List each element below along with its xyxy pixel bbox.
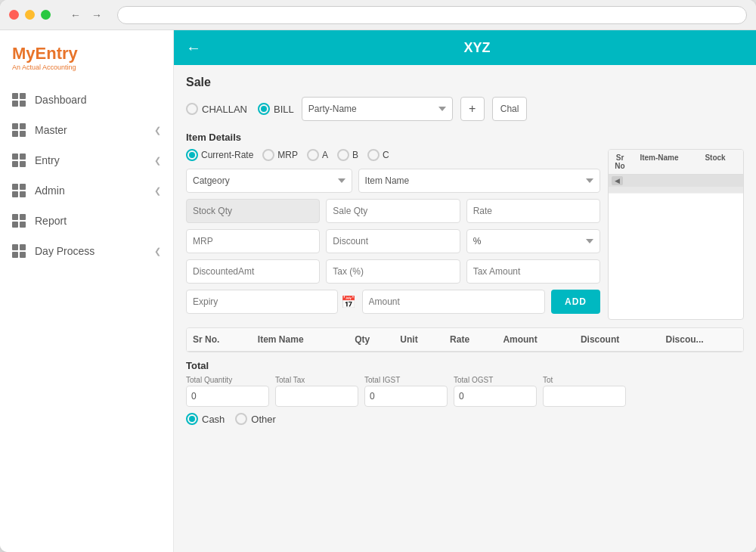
expiry-input[interactable] (186, 290, 338, 314)
form-area: Sale CHALLAN BILL Party-Na (174, 65, 756, 552)
add-party-button[interactable]: + (460, 97, 485, 121)
other-payment-label[interactable]: Other (235, 413, 276, 425)
rate-type-row: Current-Rate MRP A (186, 149, 600, 161)
chal-button[interactable]: Chal (492, 97, 528, 121)
mini-scroll-area[interactable]: ◀ (609, 175, 743, 187)
category-item-row: Catgeory Item Name (186, 169, 600, 193)
col-unit: Unit (394, 328, 444, 352)
cash-radio[interactable] (186, 413, 198, 425)
browser-titlebar: ← → (0, 0, 756, 30)
sale-qty-input[interactable] (326, 199, 460, 223)
browser-url-bar[interactable] (117, 6, 747, 24)
col-itemname: Item Name (252, 328, 349, 352)
sidebar-item-day-process[interactable]: Day Process ❮ (0, 236, 173, 266)
mini-col-srno: Sr No (609, 150, 631, 174)
total-tax-input[interactable] (275, 386, 358, 407)
c-rate-radio[interactable] (367, 149, 380, 161)
mrp-rate-radio[interactable] (262, 149, 274, 161)
browser-back-button[interactable]: ← (67, 8, 84, 23)
discounted-amt-input[interactable] (186, 259, 320, 284)
total-ogst-input[interactable] (454, 386, 537, 407)
challan-radio-label[interactable]: CHALLAN (186, 103, 247, 115)
total-tot-field: Tot (543, 376, 626, 407)
bill-radio-label[interactable]: BILL (258, 103, 294, 115)
sidebar-item-report[interactable]: Report (0, 206, 173, 236)
item-details-container: Current-Rate MRP A (186, 149, 744, 320)
item-name-select[interactable]: Item Name (358, 169, 600, 193)
col-srno: Sr No. (187, 328, 252, 352)
logo-tagline: An Actual Accounting (12, 64, 161, 71)
item-form: Current-Rate MRP A (186, 149, 600, 320)
page-title: Sale (186, 76, 744, 89)
window-close-dot[interactable] (9, 10, 19, 20)
discount-input[interactable] (326, 229, 460, 253)
other-radio[interactable] (235, 413, 247, 425)
total-quantity-input[interactable] (186, 386, 269, 407)
amount-input[interactable] (362, 290, 546, 314)
dashboard-icon (12, 93, 26, 107)
current-rate-label[interactable]: Current-Rate (186, 149, 253, 161)
a-rate-text: A (322, 150, 328, 160)
logo-area: MyEntry An Actual Accounting (0, 38, 173, 85)
totals-section: Total Total Quantity Total Tax Total IGS… (186, 360, 744, 407)
back-button[interactable]: ← (186, 39, 201, 57)
expiry-amount-row: 📅 ADD (186, 290, 600, 314)
mrp-rate-label[interactable]: MRP (262, 149, 298, 161)
logo-my: My (12, 44, 36, 63)
master-icon (12, 123, 26, 137)
bill-label: BILL (274, 104, 294, 115)
browser-navigation: ← → (67, 8, 105, 23)
challan-radio[interactable] (186, 103, 198, 115)
mini-scroll-button[interactable]: ◀ (612, 176, 623, 185)
bill-radio[interactable] (258, 103, 270, 115)
stock-qty-input[interactable] (186, 199, 320, 223)
cash-payment-label[interactable]: Cash (186, 413, 225, 425)
a-rate-radio[interactable] (307, 149, 319, 161)
sidebar-item-dashboard[interactable]: Dashboard (0, 85, 173, 115)
form-top-row: CHALLAN BILL Party-Name + Chal (186, 97, 744, 121)
total-tax-label: Total Tax (275, 376, 358, 384)
totals-row: Total Quantity Total Tax Total IGST (186, 376, 744, 407)
tax-percent-input[interactable] (326, 259, 460, 284)
cash-label: Cash (202, 414, 225, 425)
current-rate-radio[interactable] (186, 149, 198, 161)
sidebar-item-admin[interactable]: Admin ❮ (0, 175, 173, 206)
total-quantity-label: Total Quantity (186, 376, 269, 384)
sidebar-label-day-process: Day Process (35, 245, 94, 257)
browser-forward-button[interactable]: → (88, 8, 105, 23)
tax-amount-input[interactable] (466, 259, 600, 284)
a-rate-label[interactable]: A (307, 149, 328, 161)
rate-input[interactable] (466, 199, 600, 223)
b-rate-label[interactable]: B (337, 149, 358, 161)
window-minimize-dot[interactable] (25, 10, 35, 20)
total-quantity-field: Total Quantity (186, 376, 269, 407)
sidebar-item-master[interactable]: Master ❮ (0, 115, 173, 145)
total-tot-input[interactable] (543, 386, 626, 407)
percent-select[interactable]: % (466, 229, 600, 253)
mini-col-stock: Stock (687, 150, 743, 174)
add-button[interactable]: ADD (551, 290, 600, 314)
sidebar-label-master: Master (35, 124, 67, 136)
b-rate-radio[interactable] (337, 149, 349, 161)
sidebar-item-entry[interactable]: Entry ❮ (0, 145, 173, 175)
sidebar-label-dashboard: Dashboard (35, 94, 87, 106)
item-details-title: Item Details (186, 132, 744, 143)
category-select[interactable]: Catgeory (186, 169, 352, 193)
main-content: ← XYZ Sale CHALLAN BILL (174, 30, 756, 552)
challan-label: CHALLAN (202, 104, 247, 115)
sidebar-label-entry: Entry (35, 154, 60, 166)
window-maximize-dot[interactable] (41, 10, 51, 20)
calendar-icon[interactable]: 📅 (341, 295, 356, 309)
total-tax-field: Total Tax (275, 376, 358, 407)
c-rate-label[interactable]: C (367, 149, 389, 161)
total-igst-input[interactable] (364, 386, 448, 407)
total-igst-field: Total IGST (364, 376, 448, 407)
mrp-input[interactable] (186, 229, 320, 253)
party-name-select[interactable]: Party-Name (302, 97, 453, 121)
items-table: Sr No. Item Name Qty Unit Rate Amount Di… (186, 327, 744, 352)
current-rate-text: Current-Rate (201, 150, 253, 160)
total-tot-label: Tot (543, 376, 626, 384)
mrp-discount-row: % (186, 229, 600, 253)
b-rate-text: B (352, 150, 358, 160)
total-igst-label: Total IGST (364, 376, 448, 384)
